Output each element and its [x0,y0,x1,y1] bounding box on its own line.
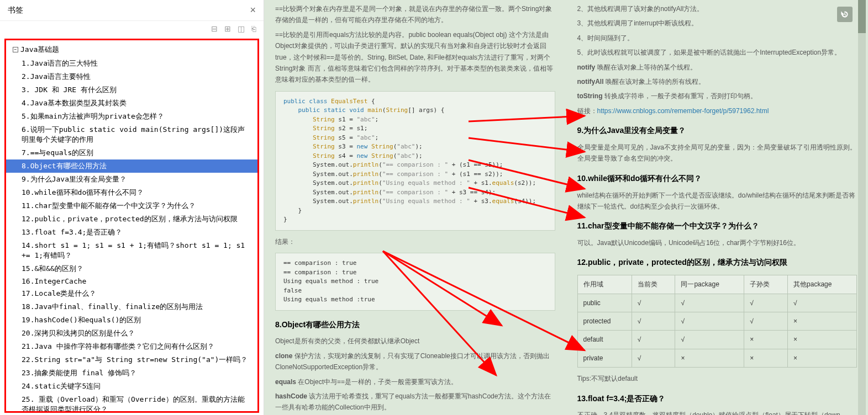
tree-item[interactable]: 9.为什么Java里没有全局变量？ [6,173,257,186]
scrollbar-thumb[interactable] [858,0,866,33]
tree-item[interactable]: 1.Java语言的三大特性 [6,57,257,70]
table-cell: protected [577,312,632,331]
paragraph: ==比较两个对象在内存里是不是同一个对象，就是说在内存里的存储位置一致。两个St… [275,3,555,26]
tree-item[interactable]: 14.short s1 = 1; s1 = s1 + 1;有错吗？short s… [6,239,257,262]
tree-item[interactable]: 11.char型变量中能不能存储一个中文汉字？为什么？ [6,199,257,212]
tree-root[interactable]: − Java基础题 [6,42,257,57]
paragraph: 不正确。3.4是双精度数，将双精度型（double）赋值给浮点型（float）属… [577,409,858,415]
heading-8: 8.Object有哪些公用方法 [275,318,555,332]
access-table: 作用域当前类同一package子孙类其他package public√√√√pr… [577,275,858,368]
paragraph: 2、其他线程调用了该对象的notifyAll方法。 [577,3,858,14]
tree-item[interactable]: 12.public，private，protected的区别，继承方法与访问权限 [6,212,257,226]
bookmark-tree[interactable]: − Java基础题 1.Java语言的三大特性2.Java语言主要特性3. JD… [4,39,259,413]
heading-10: 10.while循环和do循环有什么不同？ [577,172,858,185]
scrollbar-track[interactable] [858,0,866,415]
paragraph: while结构在循环的开始判断下一个迭代是否应该继续。do/while结构在循环… [577,190,858,212]
table-cell: × [788,331,857,349]
table-cell: public [577,294,632,312]
table-cell: √ [675,312,744,331]
table-header: 子孙类 [744,275,788,294]
paragraph: hashCode 该方法用于哈希查找，重写了equals方法一般都要重写hash… [275,391,555,413]
table-cell: × [675,349,744,367]
table-header: 同一package [675,275,744,294]
table-cell: √ [675,331,744,349]
link[interactable]: https://www.cnblogs.com/remember-forget/… [597,107,769,115]
table-cell: √ [632,312,675,331]
sidebar-toolbar: ⊟ ⊞ ◫ ⎗ [0,21,264,36]
tree-item[interactable]: 7.==与equals的区别 [6,146,257,159]
tree-item[interactable]: 25. 重载（Overload）和重写（Override）的区别。重载的方法能否… [6,393,257,413]
tree-item[interactable]: 24.static关键字5连问 [6,380,257,393]
tree-item[interactable]: 17.Locale类是什么？ [6,287,257,300]
table-header: 其他package [788,275,857,294]
heading-11: 11.char型变量中能不能存储一个中文汉字？为什么？ [577,220,858,233]
heading-12: 12.public，private，protected的区别，继承方法与访问权限 [577,256,858,269]
table-cell: √ [744,294,788,312]
paragraph: 全局变量是全局可见的，Java不支持全局可见的变量，因为：全局变量破坏了引用透明… [577,142,858,164]
bookmark-icon[interactable]: ⎗ [251,24,256,33]
tree-item[interactable]: 13.float f=3.4;是否正确？ [6,226,257,239]
tree-item[interactable]: 18.Java中final、finally、finalize的区别与用法 [6,300,257,313]
collapse-icon[interactable]: ⊟ [211,24,218,33]
result-block: == comparison : true == comparison : tru… [275,253,555,311]
table-row: public√√√√ [577,294,857,312]
document-content: ==比较两个对象在内存里是不是同一个对象，就是说在内存里的存储位置一致。两个St… [264,0,868,415]
paragraph: toString 转换成字符串，一般子类都有重写，否则打印句柄。 [577,91,858,102]
paragraph: 4、时间间隔到了。 [577,33,858,44]
paragraph: 3、其他线程调用了interrupt中断该线程。 [577,18,858,29]
table-row: default√√×× [577,331,857,349]
content-left-column: ==比较两个对象在内存里是不是同一个对象，就是说在内存里的存储位置一致。两个St… [264,0,566,415]
table-cell: × [744,349,788,367]
result-label: 结果： [275,236,555,247]
expand-icon[interactable]: ⊞ [224,24,231,33]
table-cell: private [577,349,632,367]
tree-item[interactable]: 3. JDK 和 JRE 有什么区别 [6,83,257,97]
heading-9: 9.为什么Java里没有全局变量？ [577,124,858,137]
tip: Tips:不写默认default [577,373,858,384]
tree-item[interactable]: 15.&和&&的区别？ [6,262,257,275]
tree-item[interactable]: 6.说明一下public static void main(String arg… [6,123,257,146]
tree-item[interactable]: 20.深拷贝和浅拷贝的区别是什么？ [6,327,257,340]
paragraph: notifyAll 唤醒在该对象上等待的所有线程。 [577,76,858,87]
table-cell: × [788,312,857,331]
tree-item[interactable]: 23.抽象类能使用 final 修饰吗？ [6,366,257,380]
tree-item[interactable]: 22.String str="a"与 String str=new String… [6,353,257,366]
tree-root-label: Java基础题 [20,45,59,55]
table-cell: √ [632,294,675,312]
table-cell: √ [632,331,675,349]
table-header: 当前类 [632,275,675,294]
paragraph: clone 保护方法，实现对象的浅复制，只有实现了Cloneable接口才可以调… [275,350,555,373]
table-cell: × [744,331,788,349]
paragraph: notify 唤醒在该对象上等待的某个线程。 [577,62,858,73]
paragraph: Object是所有类的父类，任何类都默认继承Object [275,336,555,347]
bookmark-sidebar: 书签 × ⊟ ⊞ ◫ ⎗ − Java基础题 1.Java语言的三大特性2.Ja… [0,0,264,415]
tree-item[interactable]: 21.Java 中操作字符串都有哪些类？它们之间有什么区别？ [6,340,257,353]
content-right-column: 2、其他线程调用了该对象的notifyAll方法。 3、其他线程调用了inter… [566,0,869,415]
sidebar-title: 书签 [8,6,23,15]
table-cell: √ [744,312,788,331]
table-cell: √ [788,294,857,312]
history-icon[interactable] [837,7,853,22]
tree-item[interactable]: 4.Java基本数据类型及其封装类 [6,97,257,110]
tree-item[interactable]: 5.如果main方法被声明为private会怎样？ [6,110,257,123]
table-cell: default [577,331,632,349]
code-block: public class EqualsTest { public static … [275,91,555,231]
tree-item[interactable]: 10.while循环和do循环有什么不同？ [6,186,257,199]
tree-item[interactable]: 19.hashCode()和equals()的区别 [6,313,257,327]
tree-collapse-icon[interactable]: − [13,47,18,52]
tree-item[interactable]: 16.IntegerCache [6,275,257,287]
table-cell: √ [675,294,744,312]
table-row: private√××× [577,349,857,367]
paragraph: ==比较的是引用而equals方法比较的是内容。public boolean e… [275,29,555,86]
table-row: protected√√√× [577,312,857,331]
table-header: 作用域 [577,275,632,294]
paragraph: 可以。Java默认Unicode编码，Unicode码占16位，char两个字节… [577,237,858,248]
table-cell: × [788,349,857,367]
heading-13: 13.float f=3.4;是否正确？ [577,392,858,406]
tree-item[interactable]: 8.Object有哪些公用方法 [6,159,257,173]
paragraph: 链接：https://www.cnblogs.com/remember-forg… [577,105,858,116]
tree-item[interactable]: 2.Java语言主要特性 [6,70,257,83]
table-cell: √ [632,349,675,367]
close-icon[interactable]: × [250,4,256,16]
bookmark-outline-icon[interactable]: ◫ [238,24,245,33]
